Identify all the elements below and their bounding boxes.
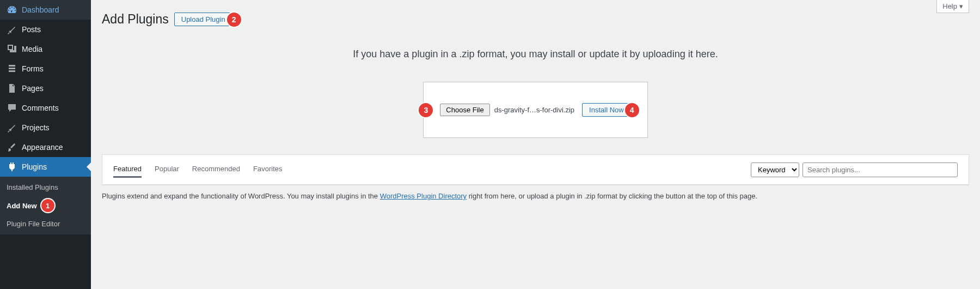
upload-box: 3 Choose File ds-gravity-f…s-for-divi.zi… — [423, 82, 647, 138]
submenu-item-label: Add New — [7, 202, 37, 210]
tab-favorites[interactable]: Favorites — [253, 161, 282, 178]
annotation-badge-2: 2 — [226, 11, 242, 28]
annotation-badge-4: 4 — [624, 102, 640, 118]
sidebar-item-label: Plugins — [22, 162, 47, 171]
submenu-item-label: Installed Plugins — [7, 183, 58, 191]
annotation-badge-3: 3 — [418, 102, 434, 118]
sidebar-item-label: Dashboard — [22, 5, 59, 14]
tab-featured[interactable]: Featured — [113, 161, 142, 178]
sidebar-item-posts[interactable]: Posts — [0, 20, 91, 39]
help-button[interactable]: Help ▾ — [936, 0, 969, 13]
submenu-item-label: Plugin File Editor — [7, 220, 60, 228]
choose-file-button[interactable]: Choose File — [440, 104, 489, 116]
pages-icon — [7, 83, 17, 94]
sidebar-item-label: Projects — [22, 123, 50, 132]
search-type-select[interactable]: Keyword — [751, 162, 799, 177]
comments-icon — [7, 103, 17, 113]
submenu-installed-plugins[interactable]: Installed Plugins — [0, 180, 91, 195]
sidebar-item-forms[interactable]: Forms — [0, 59, 91, 79]
tab-popular[interactable]: Popular — [155, 161, 179, 178]
browser-tabs: FeaturedPopularRecommendedFavorites — [113, 161, 282, 178]
main-content: Help ▾ Add Plugins Upload Plugin 2 If yo… — [91, 0, 980, 289]
projects-icon — [7, 122, 17, 133]
page-title: Add Plugins — [102, 12, 169, 27]
plugin-browser: FeaturedPopularRecommendedFavorites Keyw… — [102, 154, 969, 185]
annotation-badge-1: 1 — [40, 198, 56, 213]
sidebar-item-projects[interactable]: Projects — [0, 118, 91, 137]
sidebar-item-dashboard[interactable]: Dashboard — [0, 0, 91, 20]
sidebar-item-pages[interactable]: Pages — [0, 79, 91, 98]
upload-hint: If you have a plugin in a .zip format, y… — [102, 49, 969, 60]
sidebar-item-label: Pages — [22, 84, 44, 93]
forms-icon — [7, 63, 17, 74]
submenu-add-new[interactable]: Add New1 — [0, 195, 91, 216]
tab-recommended[interactable]: Recommended — [192, 161, 240, 178]
sidebar-item-label: Appearance — [22, 143, 63, 152]
plugin-directory-link[interactable]: WordPress Plugin Directory — [380, 192, 467, 200]
sidebar-item-plugins[interactable]: Plugins — [0, 157, 91, 177]
sidebar-item-label: Forms — [22, 64, 44, 73]
sidebar-item-label: Posts — [22, 25, 41, 34]
plug-icon — [7, 161, 17, 172]
upload-area: If you have a plugin in a .zip format, y… — [102, 49, 969, 138]
upload-plugin-button[interactable]: Upload Plugin 2 — [174, 13, 232, 26]
chosen-file-name: ds-gravity-f…s-for-divi.zip — [494, 106, 574, 114]
sidebar-item-label: Comments — [22, 104, 59, 112]
sidebar-item-comments[interactable]: Comments — [0, 98, 91, 118]
brush-icon — [7, 142, 17, 153]
media-icon — [7, 44, 17, 55]
pin-icon — [7, 24, 17, 35]
plugins-submenu: Installed PluginsAdd New1Plugin File Edi… — [0, 177, 91, 234]
sidebar-item-label: Media — [22, 45, 42, 53]
sidebar-item-appearance[interactable]: Appearance — [0, 137, 91, 157]
search-plugins-input[interactable] — [803, 162, 958, 177]
chevron-down-icon: ▾ — [959, 2, 963, 10]
directory-note: Plugins extend and expand the functional… — [102, 185, 969, 207]
submenu-plugin-file-editor[interactable]: Plugin File Editor — [0, 216, 91, 231]
install-now-button[interactable]: Install Now 4 — [582, 103, 631, 117]
admin-sidebar: DashboardPostsMediaFormsPagesCommentsPro… — [0, 0, 91, 289]
dashboard-icon — [7, 4, 17, 15]
sidebar-item-media[interactable]: Media — [0, 39, 91, 59]
